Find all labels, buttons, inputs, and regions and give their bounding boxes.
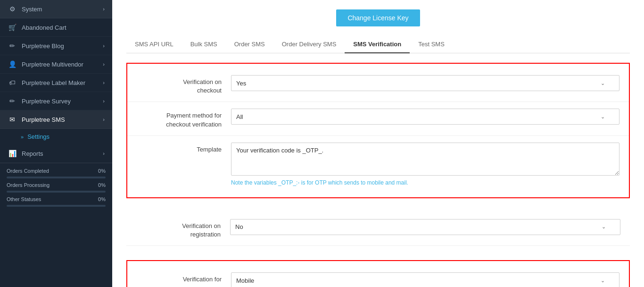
label-verification-checkout: Verification oncheckout: [137, 75, 231, 95]
select-verification-registration[interactable]: No ⌄: [230, 219, 620, 235]
sidebar-sub-item-label: Settings: [27, 133, 50, 140]
select-payment-method[interactable]: All ⌄: [231, 109, 619, 125]
select-verification-checkout[interactable]: Yes ⌄: [231, 75, 619, 91]
chevron-down-icon-4: ⌄: [601, 278, 605, 284]
select-wrap-verification-checkout: Yes ⌄: [231, 75, 619, 91]
chevron-right-icon: ›: [103, 98, 105, 104]
sidebar: ⚙System›🛒Abandoned Cart✏Purpletree Blog›…: [0, 0, 112, 287]
chevron-right-icon: »: [21, 134, 24, 140]
label-verification-registration: Verification onregistration: [136, 219, 230, 239]
control-verification-registration: No ⌄: [230, 219, 620, 235]
purpletree-label-maker-icon: 🏷: [8, 79, 17, 86]
sidebar-item-label-purpletree-blog: Purpletree Blog: [22, 42, 64, 50]
sidebar-item-label-abandoned-cart: Abandoned Cart: [22, 24, 66, 31]
stat-row: Orders Processing 0%: [7, 182, 106, 188]
change-license-button[interactable]: Change License Key: [336, 9, 420, 26]
chevron-right-icon: ›: [103, 151, 105, 156]
select-wrap-verification-registration: No ⌄: [230, 219, 620, 235]
sidebar-item-abandoned-cart[interactable]: 🛒Abandoned Cart: [0, 18, 112, 37]
select-wrap-payment-method: All ⌄: [231, 109, 619, 125]
template-hint: Note the variables _OTP_:- is for OTP wh…: [231, 179, 619, 186]
sidebar-sub-item-settings[interactable]: »Settings: [0, 129, 112, 144]
chevron-right-icon: ›: [103, 80, 105, 85]
control-template: Your verification code is _OTP_. Note th…: [231, 143, 619, 186]
form-row-verification-checkout: Verification oncheckout Yes ⌄: [127, 68, 629, 102]
label-verification-for: Verification for: [137, 272, 231, 284]
sidebar-item-label-purpletree-sms: Purpletree SMS: [22, 116, 65, 123]
sidebar-item-label-reports: Reports: [22, 150, 43, 157]
chevron-right-icon: ›: [103, 61, 105, 67]
main-content: Change License Key SMS API URLBulk SMSOr…: [112, 0, 644, 287]
select-verification-for-value: Mobile: [236, 277, 254, 284]
select-verification-registration-value: No: [235, 223, 243, 230]
sidebar-item-reports[interactable]: 📊Reports›: [0, 144, 112, 163]
system-icon: ⚙: [8, 5, 17, 13]
chevron-right-icon: ›: [103, 117, 105, 122]
sidebar-item-purpletree-label-maker[interactable]: 🏷Purpletree Label Maker›: [0, 74, 112, 92]
chevron-down-icon-2: ⌄: [601, 114, 605, 120]
sidebar-item-label-purpletree-label-maker: Purpletree Label Maker: [22, 79, 85, 86]
select-verification-checkout-value: Yes: [236, 80, 246, 87]
form-section-1: Verification oncheckout Yes ⌄ Payment me…: [126, 63, 630, 198]
form-row-payment-method: Payment method forcheckout verification …: [127, 102, 629, 135]
sidebar-stats: Orders Completed 0% Orders Processing 0%…: [0, 163, 112, 215]
chevron-right-icon: ›: [103, 43, 105, 49]
form-section-2: Verification onregistration No ⌄: [126, 208, 630, 251]
stat-row: Orders Completed 0%: [7, 168, 106, 174]
stat-label: Other Statuses: [7, 196, 41, 202]
stat-bar-bg: [7, 177, 106, 178]
control-payment-method: All ⌄: [231, 109, 619, 125]
template-textarea[interactable]: Your verification code is _OTP_.: [231, 143, 619, 176]
chevron-right-icon: ›: [103, 6, 105, 12]
form-row-template: Template Your verification code is _OTP_…: [127, 136, 629, 193]
control-verification-for: Mobile ⌄: [231, 272, 619, 287]
tab-sms-verification[interactable]: SMS Verification: [345, 36, 410, 53]
sidebar-item-purpletree-blog[interactable]: ✏Purpletree Blog›: [0, 37, 112, 55]
stat-value: 0%: [98, 168, 106, 174]
chevron-down-icon-3: ⌄: [602, 224, 606, 230]
tab-bulk-sms[interactable]: Bulk SMS: [182, 36, 226, 53]
stat-label: Orders Completed: [7, 168, 49, 174]
select-verification-for[interactable]: Mobile ⌄: [231, 272, 619, 287]
stat-bar-bg: [7, 191, 106, 193]
sidebar-item-purpletree-sms[interactable]: ✉Purpletree SMS›: [0, 110, 112, 129]
form-row-verification-registration: Verification onregistration No ⌄: [126, 212, 630, 246]
stat-item: Orders Completed 0%: [7, 168, 106, 178]
form-row-verification-for: Verification for Mobile ⌄: [127, 266, 629, 287]
select-wrap-verification-for: Mobile ⌄: [231, 272, 619, 287]
sidebar-item-purpletree-multivendor[interactable]: 👤Purpletree Multivendor›: [0, 55, 112, 74]
stat-value: 0%: [98, 182, 106, 188]
stat-item: Other Statuses 0%: [7, 196, 106, 207]
tab-order-sms[interactable]: Order SMS: [226, 36, 273, 53]
sidebar-item-label-purpletree-multivendor: Purpletree Multivendor: [22, 61, 83, 68]
select-payment-method-value: All: [236, 113, 243, 120]
tab-order-delivery-sms[interactable]: Order Delivery SMS: [273, 36, 345, 53]
stat-item: Orders Processing 0%: [7, 182, 106, 193]
sidebar-item-system[interactable]: ⚙System›: [0, 0, 112, 18]
tab-sms-api-url[interactable]: SMS API URL: [126, 36, 182, 53]
abandoned-cart-icon: 🛒: [8, 24, 17, 31]
chevron-down-icon: ⌄: [601, 80, 605, 86]
purpletree-blog-icon: ✏: [8, 42, 17, 50]
tab-test-sms[interactable]: Test SMS: [410, 36, 453, 53]
form-section-3: Verification for Mobile ⌄: [126, 260, 630, 287]
label-template: Template: [137, 143, 231, 154]
stat-row: Other Statuses 0%: [7, 196, 106, 202]
stat-bar-bg: [7, 205, 106, 207]
purpletree-multivendor-icon: 👤: [8, 60, 17, 68]
stat-value: 0%: [98, 196, 106, 202]
label-payment-method: Payment method forcheckout verification: [137, 109, 231, 128]
purpletree-survey-icon: ✏: [8, 97, 17, 105]
sidebar-item-label-purpletree-survey: Purpletree Survey: [22, 98, 71, 105]
control-verification-checkout: Yes ⌄: [231, 75, 619, 91]
stat-label: Orders Processing: [7, 182, 50, 188]
reports-icon: 📊: [8, 150, 17, 157]
purpletree-sms-icon: ✉: [8, 116, 17, 123]
sidebar-item-purpletree-survey[interactable]: ✏Purpletree Survey›: [0, 92, 112, 110]
tabs-container: SMS API URLBulk SMSOrder SMSOrder Delive…: [126, 36, 630, 53]
sidebar-item-label-system: System: [22, 6, 42, 13]
